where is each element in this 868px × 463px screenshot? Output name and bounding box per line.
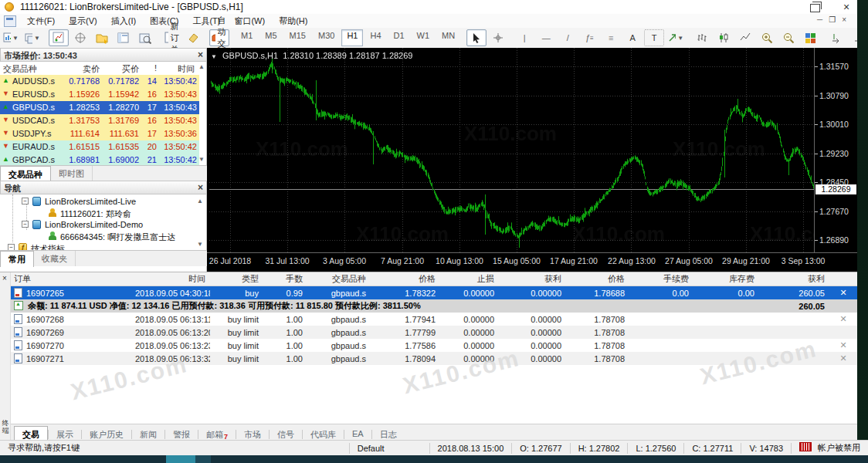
timeframe-d1[interactable]: D1 <box>388 29 410 46</box>
market-watch-toggle[interactable] <box>49 29 69 46</box>
chart-dropdown-icon[interactable]: ▼ <box>211 53 217 60</box>
menu-帮助H[interactable]: 帮助(H) <box>272 14 314 28</box>
close-chart-button[interactable]: × <box>842 15 846 25</box>
vline-tool[interactable]: | <box>514 29 534 46</box>
auto-scroll-button[interactable] <box>826 29 846 46</box>
timeframe-h4[interactable]: H4 <box>364 29 386 46</box>
cell-spread: 17 <box>147 129 157 138</box>
market-watch-row-audusd.s[interactable]: ▲AUDUSD.s0.717680.717821413:50:42 <box>0 75 199 88</box>
data-window-button[interactable] <box>70 29 90 46</box>
menu-bar: 文件(F)显示(V)插入(I)图表(C)工具(T)窗口(W)帮助(H) ─ ❐ … <box>0 14 857 29</box>
market-watch-tabs: 交易品种即时图 <box>0 165 207 181</box>
price-chart[interactable] <box>209 48 814 252</box>
scroll-down-icon[interactable]: ▼ <box>198 156 205 163</box>
status-profile[interactable]: Default <box>350 444 429 453</box>
profiles-button[interactable]: ▼ <box>22 29 42 46</box>
menu-窗口W[interactable]: 窗口(W) <box>227 14 272 28</box>
zoom-in-button[interactable] <box>757 29 777 46</box>
navigator-toggle[interactable] <box>92 29 112 46</box>
tree-item-label: LionBrokersLimited-Live <box>45 197 136 206</box>
up-arrow-icon: ▲ <box>2 76 9 84</box>
line-chart-mode[interactable] <box>735 29 755 46</box>
market-watch-column-headers: 交易品种 卖价 买价 ! 时间 <box>0 62 199 76</box>
terminal-tab-交易[interactable]: 交易 <box>14 426 48 441</box>
profiles-icon <box>25 32 32 44</box>
fibonacci-tool[interactable]: ƒ≡ <box>579 29 599 46</box>
strategy-tester-button[interactable] <box>135 29 155 46</box>
cell-current-price: 1.78708 <box>566 315 629 324</box>
menu-文件F[interactable]: 文件(F) <box>20 14 62 28</box>
arrows-tool[interactable]: ▼ <box>666 29 686 46</box>
time-axis[interactable]: 26 Jul 201831 Jul 13:003 Aug 05:007 Aug … <box>207 252 857 269</box>
timeframe-h1[interactable]: H1 <box>341 29 363 46</box>
close-pending-icon[interactable]: ✕ <box>829 353 857 363</box>
chart-shift-tool[interactable] <box>183 29 203 46</box>
cursor-tool[interactable] <box>466 29 487 46</box>
cell-ask: 0.71782 <box>108 76 139 86</box>
tile-windows-button[interactable] <box>800 29 820 46</box>
market-watch-row-usdcad.s[interactable]: ▼USDCAD.s1.317531.317691613:50:43 <box>0 114 199 127</box>
scroll-down-icon[interactable]: ▼ <box>197 241 203 248</box>
tree-expand-icon[interactable]: − <box>8 244 15 250</box>
close-pending-icon[interactable]: ✕ <box>829 340 857 350</box>
channel-tool[interactable]: ≡ <box>601 29 621 46</box>
close-order-icon[interactable]: ✕ <box>829 288 857 298</box>
market-watch-row-euraud.s[interactable]: ▼EURAUD.s1.615151.615352013:50:42 <box>0 140 199 154</box>
terminal-dock-label[interactable]: 终端 <box>1 419 10 434</box>
menu-图表C[interactable]: 图表(C) <box>143 14 185 28</box>
candle-chart-mode[interactable] <box>714 29 734 46</box>
terminal-toggle[interactable] <box>114 29 134 46</box>
cell-current-price: 1.78708 <box>566 341 629 350</box>
new-order-button[interactable]: 新订单 <box>161 29 181 46</box>
tab-即时图[interactable]: 即时图 <box>51 166 93 181</box>
navigator-tabs: 常用收藏夹 <box>0 250 207 266</box>
navigator-close-icon[interactable]: × <box>198 182 203 193</box>
scroll-up-icon[interactable]: ▲ <box>197 198 203 204</box>
col-header-6: 止损 <box>440 273 499 285</box>
market-watch-close-icon[interactable]: × <box>198 49 203 60</box>
bar-chart-mode[interactable] <box>692 29 712 46</box>
pending-order-row[interactable]: 169072702018.09.05 06:13:23buy limit1.00… <box>11 339 857 352</box>
timeframe-mn[interactable]: MN <box>436 29 460 46</box>
restore-window-button[interactable] <box>810 4 820 12</box>
close-pending-icon[interactable]: ✕ <box>829 314 857 324</box>
orders-header-row[interactable]: 订单时间类型手数交易品种价格止损获利价格手续费库存费获利 <box>11 272 857 286</box>
menu-插入I[interactable]: 插入(I) <box>104 14 143 28</box>
restore-chart-button[interactable]: ❐ <box>829 15 836 25</box>
text-label-tool[interactable]: T <box>644 29 664 46</box>
timeframe-m5[interactable]: M5 <box>259 29 282 46</box>
close-window-button[interactable]: × <box>843 1 849 13</box>
new-chart-button[interactable]: ▼ <box>1 29 21 46</box>
hline-tool[interactable]: — <box>536 29 556 46</box>
auto-scroll-icon <box>831 32 843 44</box>
scroll-up-icon[interactable]: ▲ <box>198 63 205 70</box>
minimize-chart-button[interactable]: ─ <box>817 15 822 25</box>
crosshair-tool[interactable] <box>488 29 508 46</box>
tab-交易品种[interactable]: 交易品种 <box>0 166 51 182</box>
tab-常用[interactable]: 常用 <box>0 251 34 267</box>
timeframe-m1[interactable]: M1 <box>236 29 258 46</box>
timeframe-m30[interactable]: M30 <box>313 29 340 46</box>
tree-expand-icon[interactable]: − <box>22 198 29 204</box>
cell-time: 13:50:43 <box>164 90 197 99</box>
timeframe-w1[interactable]: W1 <box>412 29 436 46</box>
zoom-out-button[interactable] <box>778 29 798 46</box>
open-order-row[interactable]: 169072652018.09.05 04:30:18buy0.99gbpaud… <box>11 286 857 299</box>
market-watch-row-eurusd.s[interactable]: ▼EURUSD.s1.159261.159421613:50:43 <box>0 88 199 101</box>
market-watch-row-gbpusd.s[interactable]: ▲GBPUSD.s1.282531.282701713:50:43 <box>0 101 199 114</box>
pending-order-row[interactable]: 169072692018.09.05 06:13:20buy limit1.00… <box>11 326 857 339</box>
timeframe-m15[interactable]: M15 <box>284 29 311 46</box>
menu-显示V[interactable]: 显示(V) <box>62 14 104 28</box>
price-axis[interactable]: 1.315701.307901.300101.292301.284501.276… <box>814 48 858 252</box>
terminal-close-icon[interactable]: × <box>2 274 7 282</box>
cell-symbol: EURAUD.s <box>12 142 55 151</box>
balance-row[interactable]: 余额: 11 874.11 USD 净值: 12 134.16 已用预付款: 3… <box>11 299 857 313</box>
text-tool[interactable]: A <box>622 29 643 46</box>
autotrade-button[interactable]: 自动交易 <box>209 29 229 46</box>
cell-sl: 0.00000 <box>440 341 499 350</box>
trendline-tool[interactable]: / <box>558 29 578 46</box>
tab-收藏夹[interactable]: 收藏夹 <box>34 251 76 266</box>
pending-order-row[interactable]: 169072682018.09.05 06:13:11buy limit1.00… <box>11 313 857 326</box>
tree-expand-icon[interactable]: − <box>22 221 29 228</box>
market-watch-row-usdjpy.s[interactable]: ▼USDJPY.s111.614111.6311713:50:36 <box>0 127 199 140</box>
